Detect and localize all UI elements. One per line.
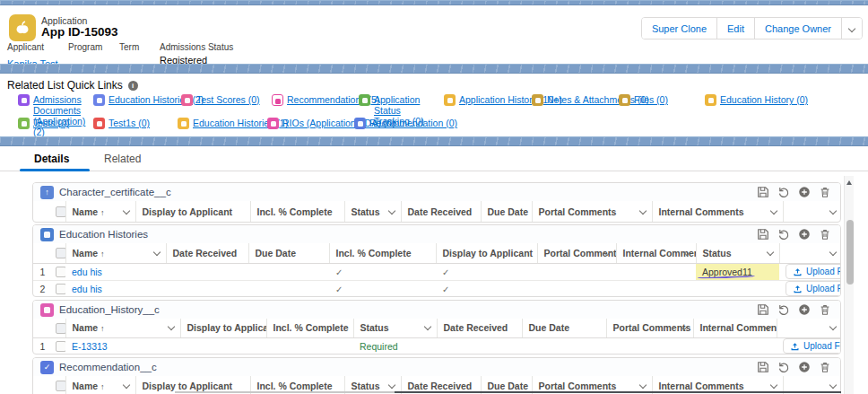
chevron-down-icon[interactable] <box>638 381 646 389</box>
column-header-name[interactable]: Name↑ <box>65 201 135 223</box>
column-header-date-received[interactable]: Date Received <box>166 243 248 263</box>
column-header-date-received[interactable]: Date Received <box>401 201 481 223</box>
column-header-name[interactable]: Name↑ <box>65 376 135 394</box>
chevron-down-icon[interactable] <box>387 207 395 215</box>
status-cell-highlighted[interactable]: Approved11 <box>696 263 779 280</box>
checkmark-icon: ✓ <box>442 267 449 277</box>
delete-icon[interactable] <box>819 228 831 241</box>
column-header-actions[interactable] <box>779 243 841 263</box>
row-checkbox[interactable] <box>56 267 65 277</box>
column-header-portal-comments[interactable]: Portal Comments <box>537 243 616 263</box>
row-number-header <box>33 201 49 223</box>
chevron-down-icon[interactable] <box>769 381 777 389</box>
column-header-internal-comments[interactable]: Internal Comments <box>616 243 696 263</box>
chevron-down-icon[interactable] <box>122 207 129 215</box>
select-all-checkbox[interactable] <box>56 381 65 391</box>
chevron-down-icon[interactable] <box>638 207 646 215</box>
select-all-header <box>49 243 65 263</box>
upload-files-button[interactable]: Upload Files <box>786 281 841 296</box>
more-actions-button[interactable] <box>842 18 862 39</box>
column-header-due-date[interactable]: Due Date <box>522 319 606 337</box>
save-icon[interactable] <box>757 303 769 316</box>
add-row-icon[interactable] <box>798 228 811 241</box>
chevron-down-icon[interactable] <box>829 381 837 389</box>
column-header-display-to-applicant[interactable]: Display to Applicant <box>180 319 266 337</box>
quicklink-recommendation[interactable]: Recommendation (0) <box>354 118 457 128</box>
column-header-actions[interactable] <box>777 319 841 337</box>
tab-details[interactable]: Details <box>34 153 69 165</box>
quicklink-test1s[interactable]: Test1s (0) <box>93 118 150 128</box>
delete-icon[interactable] <box>819 361 831 373</box>
record-link[interactable]: edu his <box>72 267 102 277</box>
status-cell[interactable] <box>696 280 779 297</box>
quicklink-admissions-documents[interactable]: Admissions Documents (Application) (2) <box>18 94 95 137</box>
column-header-display-to-applicant[interactable]: Display to Applicant <box>135 201 250 223</box>
delete-icon[interactable] <box>819 303 831 316</box>
chevron-down-icon[interactable] <box>829 249 837 256</box>
save-icon[interactable] <box>757 228 769 241</box>
super-clone-button[interactable]: Super Clone <box>642 18 717 39</box>
add-row-icon[interactable] <box>798 361 811 373</box>
delete-icon[interactable] <box>819 186 831 198</box>
sort-asc-icon: ↑ <box>100 324 105 333</box>
column-header-portal-comments[interactable]: Portal Comments <box>532 201 652 223</box>
chevron-down-icon[interactable] <box>829 323 837 330</box>
section-actions <box>757 228 833 241</box>
save-icon[interactable] <box>757 186 769 198</box>
column-header-display-to-applicant[interactable]: Display to Applicant <box>436 243 537 263</box>
quicklink-test-scores[interactable]: Test Scores (0) <box>181 94 260 105</box>
scrollbar-thumb[interactable] <box>846 220 854 285</box>
column-header-actions[interactable] <box>783 201 841 223</box>
quicklink-education-history-0[interactable]: Education History (0) <box>705 94 808 105</box>
select-all-checkbox[interactable] <box>56 206 65 217</box>
column-header-incl-complete[interactable]: Incl. % Complete <box>250 201 344 223</box>
chevron-down-icon[interactable] <box>769 207 777 215</box>
column-header-due-date[interactable]: Due Date <box>481 201 532 223</box>
column-header-incl-complete[interactable]: Incl. % Complete <box>329 243 436 263</box>
quicklink-files[interactable]: Files (0) <box>619 94 668 105</box>
column-header-internal-comments[interactable]: Internal Comments <box>693 319 777 337</box>
column-header-status[interactable]: Status <box>696 243 779 263</box>
edit-button[interactable]: Edit <box>717 18 755 39</box>
upload-files-button[interactable]: Upload Files <box>786 264 841 279</box>
undo-icon[interactable] <box>777 228 790 241</box>
select-all-checkbox[interactable] <box>56 248 65 258</box>
record-link[interactable]: E-13313 <box>72 341 108 352</box>
upload-files-button[interactable]: Upload Files <box>783 338 841 354</box>
add-row-icon[interactable] <box>798 186 811 198</box>
chevron-down-icon[interactable] <box>122 381 129 389</box>
column-header-internal-comments[interactable]: Internal Comments <box>652 201 783 223</box>
chevron-down-icon[interactable] <box>829 207 837 215</box>
vertical-scrollbar[interactable] <box>844 176 854 394</box>
quicklink-tests[interactable]: Tests (0) <box>18 118 69 128</box>
chevron-down-icon[interactable] <box>387 381 395 389</box>
column-header-date-received[interactable]: Date Received <box>437 319 522 337</box>
scroll-up-arrow-icon[interactable] <box>846 180 852 185</box>
column-header-due-date[interactable]: Due Date <box>248 243 329 263</box>
undo-icon[interactable] <box>777 186 790 198</box>
undo-icon[interactable] <box>777 303 790 316</box>
add-row-icon[interactable] <box>798 303 811 316</box>
save-icon[interactable] <box>757 361 769 373</box>
chevron-down-icon[interactable] <box>423 323 430 330</box>
chevron-down-icon[interactable] <box>766 249 773 256</box>
undo-icon[interactable] <box>777 361 790 373</box>
table-row: 1 edu his ✓ ✓ Approved11 Upload Files <box>33 263 841 280</box>
column-header-portal-comments[interactable]: Portal Comments <box>606 319 693 337</box>
change-owner-button[interactable]: Change Owner <box>755 18 842 39</box>
column-header-incl-complete[interactable]: Incl. % Complete <box>266 319 353 337</box>
row-checkbox[interactable] <box>56 341 65 352</box>
column-header-status[interactable]: Status <box>353 319 437 337</box>
section-header: Education Histories <box>33 225 840 243</box>
column-header-name[interactable]: Name↑ <box>65 319 180 337</box>
select-all-header <box>49 376 65 394</box>
record-link[interactable]: edu his <box>72 284 102 294</box>
column-header-name[interactable]: Name↑ <box>65 243 166 263</box>
chevron-down-icon[interactable] <box>167 323 174 330</box>
tab-related[interactable]: Related <box>104 153 141 165</box>
select-all-checkbox[interactable] <box>56 323 65 334</box>
column-header-status[interactable]: Status <box>344 201 401 223</box>
chevron-down-icon[interactable] <box>152 249 160 256</box>
row-checkbox[interactable] <box>56 284 65 294</box>
info-icon[interactable]: i <box>128 81 138 91</box>
